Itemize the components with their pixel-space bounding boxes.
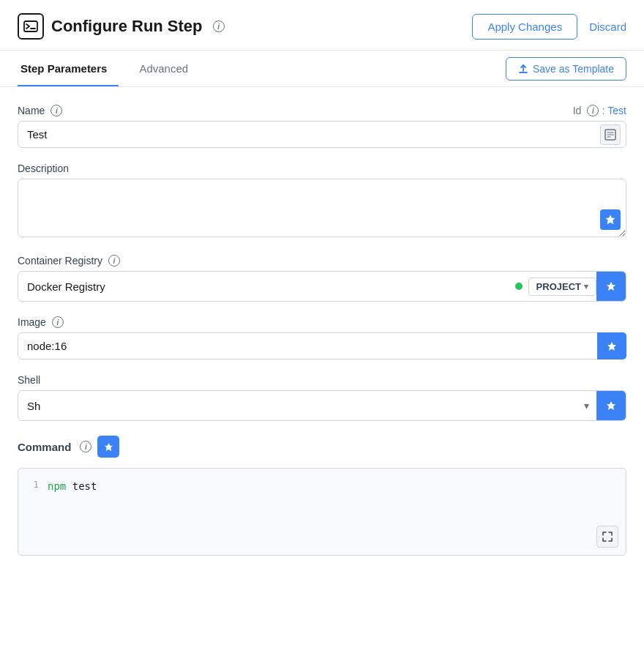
shell-chevron-icon: ▾ xyxy=(577,400,596,411)
shell-field-group: Shell Sh ▾ xyxy=(18,374,626,421)
registry-pin-button[interactable] xyxy=(596,272,626,301)
shell-pin-button[interactable] xyxy=(596,391,626,420)
code-content: npm test xyxy=(48,479,626,494)
name-template-icon[interactable] xyxy=(600,124,621,145)
name-input-wrap xyxy=(18,121,626,148)
command-editor[interactable]: 1 npm test xyxy=(18,468,626,556)
command-field-group: Command i 1 npm test xyxy=(18,436,626,556)
line-numbers: 1 xyxy=(18,479,48,494)
expand-editor-button[interactable] xyxy=(596,526,618,548)
registry-info-icon[interactable]: i xyxy=(108,255,120,267)
command-label-row: Command i xyxy=(18,436,626,458)
name-info-icon[interactable]: i xyxy=(50,105,62,116)
header-info-icon[interactable]: i xyxy=(213,21,225,32)
shell-value: Sh xyxy=(18,393,577,419)
registry-badge[interactable]: PROJECT ▾ xyxy=(528,277,596,296)
registry-value: Docker Registry xyxy=(18,274,509,299)
registry-field-group: Container Registry i Docker Registry PRO… xyxy=(18,255,626,302)
description-field-group: Description xyxy=(18,163,626,240)
upload-icon xyxy=(518,64,528,74)
command-pin-button[interactable] xyxy=(97,436,119,458)
command-info-icon[interactable]: i xyxy=(80,441,91,452)
form-content: Name i Id i : Test D xyxy=(0,87,644,573)
code-keyword: npm xyxy=(48,480,66,492)
description-label: Description xyxy=(18,163,626,174)
name-row: Name i Id i : Test xyxy=(18,105,626,116)
image-label: Image i xyxy=(18,316,626,328)
tabs: Step Parameters Advanced xyxy=(18,51,217,86)
registry-chevron-icon: ▾ xyxy=(584,282,588,291)
header: Configure Run Step i Apply Changes Disca… xyxy=(0,0,644,51)
discard-button[interactable]: Discard xyxy=(589,21,626,33)
shell-label: Shell xyxy=(18,374,626,386)
name-field-group: Name i Id i : Test xyxy=(18,105,626,148)
tabs-row: Step Parameters Advanced Save as Templat… xyxy=(0,51,644,87)
id-field: Id i : Test xyxy=(573,105,626,116)
tab-advanced[interactable]: Advanced xyxy=(136,51,200,86)
save-as-template-button[interactable]: Save as Template xyxy=(506,57,626,81)
registry-status-dot xyxy=(515,283,523,290)
description-wrap xyxy=(18,179,626,240)
image-info-icon[interactable]: i xyxy=(52,316,64,328)
image-pin-button[interactable] xyxy=(597,332,626,359)
id-value: Test xyxy=(607,105,626,116)
apply-changes-button[interactable]: Apply Changes xyxy=(472,14,577,40)
svg-rect-0 xyxy=(24,21,37,31)
header-left: Configure Run Step i xyxy=(18,13,225,40)
image-input[interactable] xyxy=(18,332,626,359)
name-input[interactable] xyxy=(18,121,626,148)
image-input-wrap xyxy=(18,332,626,359)
image-field-group: Image i xyxy=(18,316,626,359)
command-label: Command xyxy=(18,441,71,453)
id-info-icon[interactable]: i xyxy=(587,105,599,116)
header-actions: Apply Changes Discard xyxy=(472,14,626,40)
tab-step-parameters[interactable]: Step Parameters xyxy=(18,51,119,86)
code-editor-inner: 1 npm test xyxy=(18,469,626,504)
terminal-icon xyxy=(18,13,44,40)
registry-label: Container Registry i xyxy=(18,255,626,267)
description-input[interactable] xyxy=(18,179,626,237)
page-title: Configure Run Step xyxy=(51,17,203,36)
registry-input-wrap: Docker Registry PROJECT ▾ xyxy=(18,271,626,302)
shell-select-wrap[interactable]: Sh ▾ xyxy=(18,390,626,421)
name-label: Name i xyxy=(18,105,62,116)
description-pin-button[interactable] xyxy=(600,209,621,230)
